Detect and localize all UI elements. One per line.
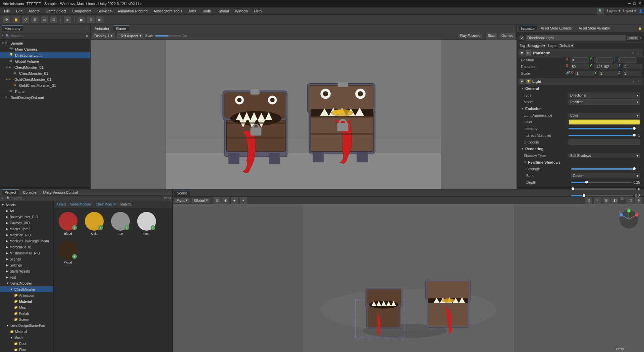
static-arrow[interactable]: ▾ [640,36,641,40]
asset-gold[interactable]: + Gold [83,211,106,237]
menu-help[interactable]: Help [252,8,265,14]
scene-material-btn[interactable]: ◈ [230,197,238,204]
menu-services[interactable]: Services [95,8,114,14]
menu-window[interactable]: Window [232,8,251,14]
menu-file[interactable]: File [1,8,13,14]
tab-game[interactable]: Game [113,25,129,31]
inspector-component-name[interactable]: Directional Light [526,35,626,41]
step-btn[interactable]: ⏭ [95,16,104,23]
scale-slider[interactable] [155,35,182,37]
tree-item-medieval[interactable]: ▶ Medieval_Buildings_Modu [0,238,53,244]
project-create-btn[interactable]: + [1,196,3,200]
tab-unity-version-control[interactable]: Unity Version Control [41,190,80,195]
tree-item-prefab[interactable]: 📁 Prefab [0,310,53,316]
pos-y-field[interactable]: 3 [594,57,613,63]
scene-grid-btn[interactable]: ⊞ [213,197,221,204]
light-gear-icon[interactable]: ⋮ [636,79,641,84]
intensity-slider[interactable]: 1 [569,126,640,131]
h-item-sample[interactable]: ▼ ⊞ Sample [0,40,90,46]
gizmos-btn[interactable]: Gizmos [499,32,515,40]
rect-tool-btn[interactable]: ▭ [40,16,48,23]
maximize-btn[interactable]: □ [633,1,636,6]
h-item-main-camera[interactable]: 📷 Main Camera [0,46,90,52]
menu-tutorial[interactable]: Tutorial [214,8,231,14]
gold-add-btn[interactable]: + [98,225,103,230]
color-swatch[interactable] [569,119,640,125]
asset-blood[interactable]: + Blood [56,211,80,237]
asset-iron[interactable]: + Iron [109,211,132,237]
tree-item-bountyhunter[interactable]: ▶ BountyHunter_RIO [0,214,53,220]
tab-animator[interactable]: Animator [92,26,112,31]
h-item-global-volume[interactable]: ⊞ Global Volume [0,58,90,64]
rendering-section-header[interactable]: ▼ Rendering [518,145,643,152]
h-item-dontdestroy[interactable]: ⊞ DontDestroyOnLoad [0,95,90,101]
mode-dropdown[interactable]: Realtime ▾ [569,99,640,105]
scene-pivot-dropdown[interactable]: Pivot▾ [174,197,190,203]
tag-dropdown[interactable]: Untagged ▾ [526,43,547,48]
tab-inspector[interactable]: Inspector [519,26,537,31]
scene-gizmo[interactable]: X Y Z [617,208,641,231]
tree-item-assets[interactable]: ▼ Assets [0,202,53,208]
tree-item-level-material[interactable]: 📁 Material [0,329,53,335]
depth-slider[interactable]: 0.25 [571,180,640,185]
tab-project[interactable]: Project [2,189,19,195]
scale-tool-btn[interactable]: ⊞ [31,16,39,23]
pause-btn[interactable]: ⏸ [86,16,95,23]
play-btn[interactable]: ▶ [77,16,86,23]
tree-item-scenes[interactable]: ▶ Scenes [0,256,53,262]
tree-item-magician[interactable]: ▶ Magician_RIO [0,232,53,238]
hierarchy-tab[interactable]: Hierarchy [2,25,23,31]
realtime-shadows-header[interactable]: ▼ Realtime Shadows [518,159,643,166]
teeth-add-btn[interactable]: + [151,225,155,230]
menu-tools[interactable]: Tools [199,8,213,14]
light-expand-arrow[interactable]: ▼ [520,79,524,84]
normal-slider[interactable]: 0 [571,186,640,192]
strength-slider[interactable]: 1 [571,166,640,172]
pos-z-field[interactable]: 0 [618,57,637,63]
tree-item-settings[interactable]: ▶ Settings [0,262,53,268]
aspect-dropdown[interactable]: 16:9 Aspect ▾ [116,33,144,39]
static-dropdown[interactable]: Static [627,36,638,40]
scene-global-dropdown[interactable]: Global▾ [192,197,210,203]
game-panel-options[interactable]: ⋮ [512,26,515,30]
tab-asset-store-uploader[interactable]: Asset Store Uploader [539,26,575,31]
asset-teeth[interactable]: + Teeth [135,211,158,237]
transform-reset-btn[interactable]: ↺ [631,51,635,55]
emission-section-header[interactable]: ▼ Emission [518,105,643,112]
hierarchy-options[interactable]: ⋮ [85,26,88,30]
tree-item-magicacloth[interactable]: ▶ MagicaCloth2 [0,226,53,232]
tree-item-starter[interactable]: ▶ StarterAssets [0,268,53,274]
minimize-btn[interactable]: ─ [628,1,631,6]
menu-component[interactable]: Component [69,8,94,14]
menu-animation-rigging[interactable]: Animation Rigging [115,8,150,14]
light-header[interactable]: ▼ 💡 Light ↺ ⋮ [518,78,643,85]
close-btn[interactable]: ✕ [638,1,641,6]
tree-item-mesh[interactable]: 📁 Mesh [0,304,53,310]
tree-item-level-mesh[interactable]: ▼ Mesh [0,335,53,341]
transform-gear-icon[interactable]: ⋮ [636,50,641,56]
tree-item-test[interactable]: ▶ Test [0,274,53,280]
h-item-gold-chest[interactable]: ▼ ⊞ GoldChestMonster_01 [0,76,90,82]
tree-item-chestmonster[interactable]: ▼ ChestMonster [0,286,53,292]
project-search-input[interactable] [11,196,161,200]
h-item-gold-chest-child[interactable]: ⊞ GoldChestMonster_01 [0,82,90,89]
transform-tool-btn[interactable]: ⊡ [50,16,58,23]
tree-item-level-design[interactable]: ▼ LevelDesignStarterPac [0,322,53,329]
cookie-field[interactable] [569,139,640,145]
tree-item-scene[interactable]: 📁 Scene [0,316,53,322]
tree-item-morgon[interactable]: ▶ MorgonRio_01 [0,244,53,250]
transform-header[interactable]: ▼ ⊞ Transform ↺ ⋮ [518,49,643,57]
tree-item-door[interactable]: 📁 Door [0,341,53,347]
scale-lock-icon[interactable]: 🔗 [566,71,570,76]
scl-y-field[interactable]: 1 [599,71,618,76]
layer-dropdown[interactable]: Default ▾ [558,43,574,48]
bias-dropdown[interactable]: Custom ▾ [571,173,640,178]
scene-effects-btn[interactable]: ✦ [239,197,247,204]
search-btn[interactable]: 🔍 [596,7,604,15]
indirect-multiplier-slider[interactable]: 1 [569,133,640,138]
blood-add-btn[interactable]: + [72,225,77,230]
hand-tool-btn[interactable]: ✋ [12,16,20,23]
tab-console[interactable]: Console [20,190,39,195]
inspector-options[interactable]: 🔒 [638,26,642,30]
menu-gameobject[interactable]: GameObject [43,8,69,14]
